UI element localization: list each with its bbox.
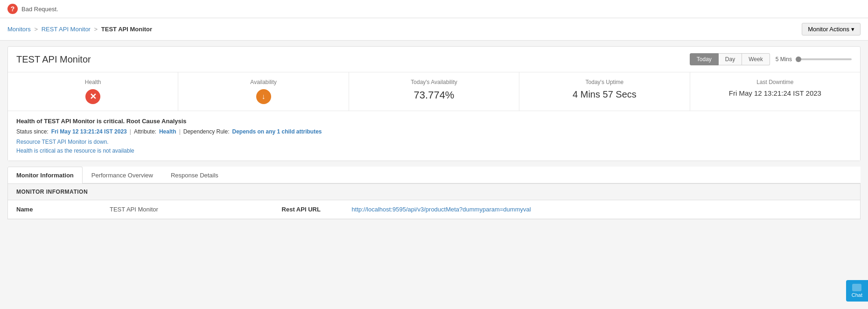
tabs-container: Monitor Information Performance Overview…	[7, 167, 861, 184]
field-value-name: TEST API Monitor	[101, 200, 273, 219]
health-label: Health	[16, 79, 169, 85]
metric-todays-availability: Today's Availability 73.774%	[349, 72, 519, 111]
dependency-value: Depends on any 1 child attributes	[232, 128, 322, 135]
interval-slider[interactable]	[796, 58, 852, 60]
todays-availability-label: Today's Availability	[357, 79, 511, 85]
breadcrumb-monitors[interactable]: Monitors	[7, 26, 31, 33]
breadcrumb: Monitors > REST API Monitor > TEST API M…	[7, 26, 152, 33]
metric-health: Health ✕	[8, 72, 178, 111]
time-controls: Today Day Week 5 Mins	[690, 53, 852, 65]
last-downtime-label: Last Downtime	[699, 79, 852, 85]
monitor-title: TEST API Monitor	[16, 54, 91, 65]
time-btn-week[interactable]: Week	[742, 53, 770, 65]
health-status-icon: ✕	[85, 89, 100, 104]
health-icon-container: ✕	[85, 89, 100, 104]
slider-thumb	[796, 56, 801, 62]
tab-performance-overview[interactable]: Performance Overview	[83, 167, 162, 183]
monitor-actions-button[interactable]: Monitor Actions ▾	[802, 23, 861, 35]
metric-last-downtime: Last Downtime Fri May 12 13:21:24 IST 20…	[690, 72, 860, 111]
breadcrumb-current: TEST API Monitor	[101, 26, 152, 33]
tab-monitor-information[interactable]: Monitor Information	[7, 167, 83, 183]
monitor-actions-label: Monitor Actions	[808, 26, 849, 33]
metric-todays-uptime: Today's Uptime 4 Mins 57 Secs	[519, 72, 690, 111]
tabs-row: Monitor Information Performance Overview…	[7, 167, 861, 184]
alert-section: Health of TEST API Monitor is critical. …	[8, 111, 860, 161]
metrics-row: Health ✕ Availability ↓ Today's Availabi…	[8, 72, 860, 111]
attribute-label: Attribute:	[134, 128, 156, 135]
dependency-label: Dependency Rule:	[183, 128, 230, 135]
status-sep-2: |	[179, 128, 181, 135]
metric-availability: Availability ↓	[178, 72, 349, 111]
section-header: MONITOR INFORMATION	[8, 184, 860, 200]
info-table: Name TEST API Monitor Rest API URL http:…	[8, 200, 860, 219]
time-btn-day[interactable]: Day	[719, 53, 742, 65]
monitor-card: TEST API Monitor Today Day Week 5 Mins H…	[7, 46, 861, 161]
alert-note: Health is critical as the resource is no…	[16, 147, 134, 154]
tab-response-details[interactable]: Response Details	[162, 167, 227, 183]
status-sep-1: |	[130, 128, 131, 135]
field-name-name: Name	[8, 200, 101, 219]
status-since-label: Status since:	[16, 128, 49, 135]
bad-request-text: Bad Request.	[21, 6, 58, 13]
breadcrumb-sep-2: >	[94, 26, 98, 33]
interval-label: 5 Mins	[776, 56, 792, 63]
todays-uptime-value: 4 Mins 57 Secs	[528, 89, 681, 100]
monitor-info-section: MONITOR INFORMATION Name TEST API Monito…	[7, 184, 861, 219]
availability-icon-container: ↓	[256, 89, 271, 104]
field-name-url: Rest API URL	[273, 200, 343, 219]
alert-link-1[interactable]: Resource TEST API Monitor is down.	[16, 139, 852, 145]
card-header: TEST API Monitor Today Day Week 5 Mins	[8, 47, 860, 72]
todays-uptime-label: Today's Uptime	[528, 79, 681, 85]
last-downtime-value: Fri May 12 13:21:24 IST 2023	[699, 89, 852, 97]
attribute-value: Health	[159, 128, 176, 135]
alert-status-line: Status since: Fri May 12 13:21:24 IST 20…	[16, 128, 852, 135]
availability-status-icon: ↓	[256, 89, 271, 104]
availability-label: Availability	[187, 79, 340, 85]
field-value-url: http://localhost:9595/api/v3/productMeta…	[343, 200, 860, 219]
bad-request-icon: ?	[7, 4, 18, 14]
breadcrumb-rest-api-monitor[interactable]: REST API Monitor	[42, 26, 91, 33]
alert-title: Health of TEST API Monitor is critical. …	[16, 118, 852, 125]
time-btn-today[interactable]: Today	[690, 53, 719, 65]
breadcrumb-sep-1: >	[34, 26, 38, 33]
breadcrumb-row: Monitors > REST API Monitor > TEST API M…	[0, 18, 868, 41]
todays-availability-value: 73.774%	[357, 89, 511, 101]
table-row: Name TEST API Monitor Rest API URL http:…	[8, 200, 860, 219]
bad-request-bar: ? Bad Request.	[0, 0, 868, 18]
status-since-value: Fri May 12 13:21:24 IST 2023	[51, 128, 127, 135]
chevron-down-icon: ▾	[851, 26, 854, 33]
